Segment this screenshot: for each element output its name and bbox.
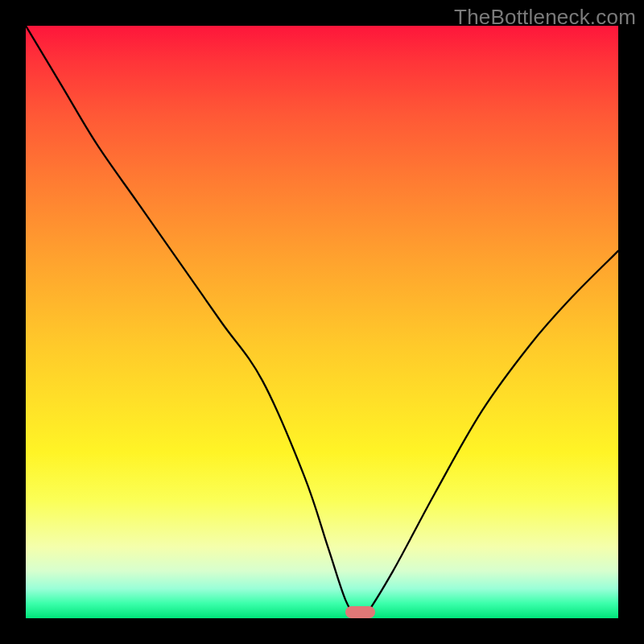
optimum-marker: [345, 606, 375, 618]
curve-svg: [26, 26, 618, 618]
chart-frame: TheBottleneck.com: [0, 0, 644, 644]
watermark-text: TheBottleneck.com: [454, 5, 636, 30]
plot-area: [26, 26, 618, 618]
bottleneck-curve-path: [26, 26, 618, 618]
